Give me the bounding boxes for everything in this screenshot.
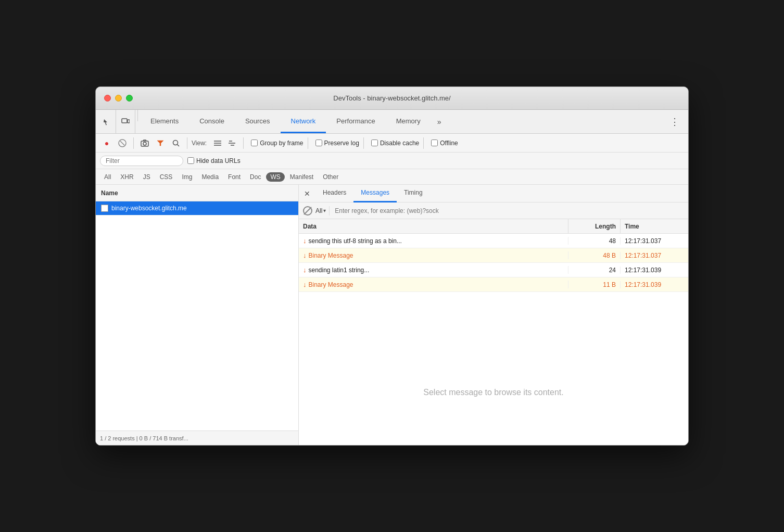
tabs-list: Elements Console Sources Network Perform… <box>140 110 664 133</box>
detail-close-button[interactable]: ✕ <box>301 187 313 200</box>
view-buttons <box>211 136 239 150</box>
empty-state: Select message to browse its content. <box>299 339 688 445</box>
type-img-button[interactable]: Img <box>178 172 196 182</box>
type-font-button[interactable]: Font <box>224 172 245 182</box>
msg-data-cell: ↓ sending this utf-8 string as a bin... <box>299 237 568 245</box>
record-button[interactable]: ● <box>100 136 113 150</box>
preserve-log-checkbox[interactable] <box>315 140 322 146</box>
messages-table: Data Length Time ↓ sending this utf-8 st… <box>299 219 688 445</box>
filter-bar: Hide data URLs <box>96 153 688 169</box>
svg-rect-0 <box>122 119 127 123</box>
tab-headers[interactable]: Headers <box>315 185 353 202</box>
detail-panel: ✕ Headers Messages Timing All ▾ <box>299 185 688 445</box>
down-arrow-icon: ↓ <box>303 266 307 274</box>
table-row[interactable]: ↓ Binary Message 11 B 12:17:31.039 <box>299 277 688 292</box>
devtools-body: Elements Console Sources Network Perform… <box>96 110 688 445</box>
device-icon[interactable] <box>116 110 135 133</box>
svg-point-6 <box>173 140 178 145</box>
msg-data-cell: ↓ Binary Message <box>299 251 568 259</box>
type-css-button[interactable]: CSS <box>156 172 177 182</box>
hide-data-urls-checkbox[interactable] <box>187 157 194 164</box>
type-all-button[interactable]: All <box>100 172 115 182</box>
msg-time-cell: 12:17:31.037 <box>621 237 688 245</box>
tab-timing[interactable]: Timing <box>397 185 430 202</box>
minimize-button[interactable] <box>115 95 122 102</box>
tab-sources[interactable]: Sources <box>235 110 281 133</box>
disable-cache-checkbox-group[interactable]: Disable cache <box>371 140 419 147</box>
maximize-button[interactable] <box>126 95 133 102</box>
tab-performance[interactable]: Performance <box>326 110 385 133</box>
window-title: DevTools - binary-websocket.glitch.me/ <box>333 94 450 102</box>
group-by-frame-checkbox-group[interactable]: Group by frame <box>251 140 303 147</box>
type-media-button[interactable]: Media <box>197 172 223 182</box>
clear-button[interactable] <box>116 136 129 150</box>
close-button[interactable] <box>104 95 111 102</box>
empty-state-label: Select message to browse its content. <box>423 388 563 397</box>
msg-text: sending this utf-8 string as a bin... <box>309 237 402 245</box>
offline-label: Offline <box>440 140 458 147</box>
svg-line-3 <box>120 141 124 145</box>
msg-length-cell: 48 B <box>568 252 621 259</box>
filter-input[interactable] <box>100 156 183 166</box>
regex-filter-input[interactable] <box>333 206 684 216</box>
messages-table-header: Data Length Time <box>299 219 688 234</box>
tab-elements[interactable]: Elements <box>140 110 189 133</box>
hide-data-urls-group[interactable]: Hide data URLs <box>187 157 241 164</box>
down-arrow-icon: ↓ <box>303 237 307 245</box>
type-manifest-button[interactable]: Manifest <box>286 172 318 182</box>
name-panel-header: Name <box>96 185 298 201</box>
offline-checkbox-group[interactable]: Offline <box>431 140 458 147</box>
col-time-header: Time <box>621 219 688 233</box>
table-row[interactable]: ↓ sending this utf-8 string as a bin... … <box>299 234 688 248</box>
name-panel: Name binary-websocket.glitch.me 1 / 2 re… <box>96 185 299 445</box>
disable-cache-checkbox[interactable] <box>371 140 378 146</box>
tab-messages[interactable]: Messages <box>353 185 397 202</box>
table-row[interactable]: ↓ sending latin1 string... 24 12:17:31.0… <box>299 263 688 277</box>
traffic-lights <box>104 95 133 102</box>
type-other-button[interactable]: Other <box>319 172 343 182</box>
preserve-log-checkbox-group[interactable]: Preserve log <box>315 140 359 147</box>
svg-rect-1 <box>128 120 130 123</box>
view-waterfall-button[interactable] <box>225 136 239 150</box>
col-data-header: Data <box>299 219 568 233</box>
tabs-bar: Elements Console Sources Network Perform… <box>96 110 688 134</box>
type-js-button[interactable]: JS <box>139 172 155 182</box>
col-length-header: Length <box>568 219 621 233</box>
type-doc-button[interactable]: Doc <box>246 172 265 182</box>
msg-length-cell: 48 <box>568 237 621 245</box>
list-item[interactable]: binary-websocket.glitch.me <box>96 201 298 216</box>
search-button[interactable] <box>169 136 183 150</box>
msg-data-cell: ↓ Binary Message <box>299 281 568 288</box>
detail-tabs: ✕ Headers Messages Timing <box>299 185 688 202</box>
ws-icon <box>101 205 108 212</box>
table-row[interactable]: ↓ Binary Message 48 B 12:17:31.037 <box>299 248 688 263</box>
tab-console[interactable]: Console <box>189 110 235 133</box>
filter-icon-button[interactable] <box>154 136 167 150</box>
tab-memory[interactable]: Memory <box>386 110 431 133</box>
group-by-frame-label: Group by frame <box>260 140 303 147</box>
camera-button[interactable] <box>138 136 151 150</box>
type-xhr-button[interactable]: XHR <box>116 172 137 182</box>
msg-text: sending latin1 string... <box>309 267 370 274</box>
offline-checkbox[interactable] <box>431 140 438 146</box>
view-list-button[interactable] <box>211 136 224 150</box>
messages-filter-select[interactable]: All ▾ <box>315 207 326 214</box>
cursor-icon[interactable] <box>98 110 116 133</box>
main-content: Name binary-websocket.glitch.me 1 / 2 re… <box>96 185 688 445</box>
titlebar: DevTools - binary-websocket.glitch.me/ <box>96 87 688 110</box>
svg-line-7 <box>178 144 180 146</box>
tabs-more-button[interactable]: » <box>431 110 448 133</box>
msg-text: Binary Message <box>309 281 353 288</box>
group-by-frame-checkbox[interactable] <box>251 140 258 146</box>
msg-time-cell: 12:17:31.037 <box>621 252 688 259</box>
down-arrow-icon: ↓ <box>303 281 307 288</box>
tabs-right: ⋮ <box>664 110 686 133</box>
devtools-window: DevTools - binary-websocket.glitch.me/ E… <box>95 86 689 446</box>
more-options-button[interactable]: ⋮ <box>670 116 680 128</box>
tab-network[interactable]: Network <box>281 110 326 133</box>
messages-filter: All ▾ <box>299 202 688 219</box>
chevron-down-icon: ▾ <box>323 208 326 213</box>
name-panel-footer: 1 / 2 requests | 0 B / 714 B transf... <box>96 430 298 445</box>
type-ws-button[interactable]: WS <box>266 172 284 182</box>
request-name: binary-websocket.glitch.me <box>111 205 187 212</box>
